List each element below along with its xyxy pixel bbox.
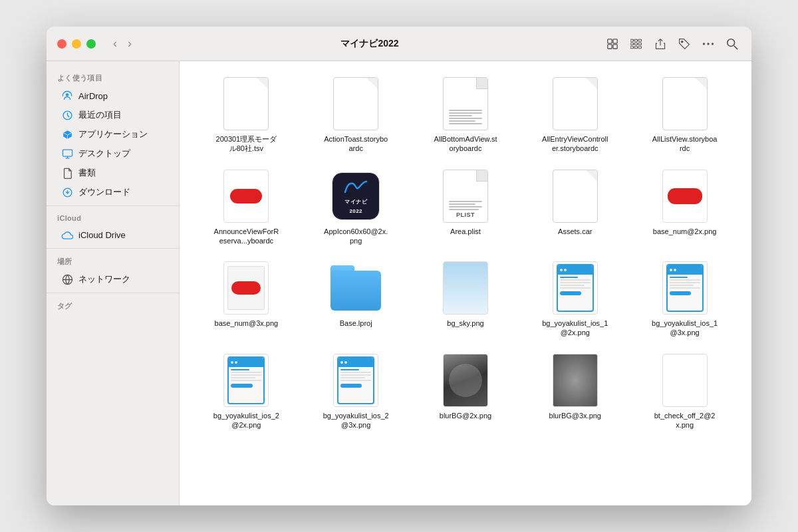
list-item[interactable]: base_num@3x.png xyxy=(193,256,300,343)
list-item[interactable]: AllEntryViewController.storyboardc xyxy=(521,72,628,159)
tag-button[interactable] xyxy=(676,35,693,53)
desktop-icon xyxy=(61,148,73,160)
airdrop-icon xyxy=(61,90,73,102)
file-icon-plist-doc xyxy=(439,77,492,130)
list-item[interactable]: Assets.car xyxy=(521,164,628,251)
sidebar-item-applications[interactable]: アプリケーション xyxy=(51,125,175,144)
file-icon-blur2x xyxy=(439,354,492,407)
sidebar-item-desktop[interactable]: デスクトップ xyxy=(51,144,175,163)
file-name: ActionToast.storyboardc xyxy=(323,134,389,154)
close-button[interactable] xyxy=(57,39,66,49)
file-name: blurBG@2x.png xyxy=(440,411,491,420)
file-name: AnnounceViewForReserva...yboardc xyxy=(213,227,279,246)
divider-2 xyxy=(47,248,179,249)
sidebar: よく使う項目 AirDrop 最 xyxy=(47,61,180,505)
list-item[interactable]: bt_check_off_2@2x.png xyxy=(631,348,738,436)
file-name: base_num@2x.png xyxy=(653,227,717,236)
view-list-button[interactable] xyxy=(628,35,645,53)
svg-rect-12 xyxy=(638,46,642,48)
svg-rect-0 xyxy=(608,39,612,43)
list-item[interactable]: PLIST Area.plist xyxy=(412,164,519,251)
file-icon-assets xyxy=(549,170,602,223)
list-item[interactable]: Base.lproj xyxy=(303,256,410,343)
traffic-lights xyxy=(57,39,96,49)
file-name: bg_yoyakulist_ios_2@3x.png xyxy=(323,411,389,430)
sidebar-item-airdrop[interactable]: AirDrop xyxy=(51,86,175,105)
list-item[interactable]: AllListView.storyboardc xyxy=(631,72,738,159)
list-item[interactable]: マイナビ 2022 AppIcon60x60@2x.png xyxy=(303,164,410,251)
divider-1 xyxy=(47,205,179,206)
window-title: マイナビ2022 xyxy=(144,38,596,50)
file-name: blurBG@3x.png xyxy=(549,411,601,420)
file-name: bg_yoyakulist_ios_2@2x.png xyxy=(213,411,279,430)
svg-rect-5 xyxy=(634,39,638,41)
file-icon-blur3x xyxy=(549,354,602,407)
search-button[interactable] xyxy=(724,35,741,53)
more-button[interactable] xyxy=(700,35,717,53)
list-item[interactable]: bg_sky.png xyxy=(412,256,519,343)
sidebar-item-icloud[interactable]: iCloud Drive xyxy=(51,225,175,244)
svg-rect-21 xyxy=(63,150,72,156)
file-name: Base.lproj xyxy=(340,319,372,328)
share-button[interactable] xyxy=(652,35,669,53)
list-item[interactable]: bg_yoyakulist_ios_1@3x.png xyxy=(631,256,738,343)
file-name: bg_yoyakulist_ios_1@2x.png xyxy=(542,319,608,338)
sidebar-item-network[interactable]: ネットワーク xyxy=(51,270,175,289)
svg-rect-9 xyxy=(638,43,642,45)
svg-point-17 xyxy=(728,39,735,46)
sidebar-item-label: アプリケーション xyxy=(78,128,148,140)
sidebar-item-label: 最近の項目 xyxy=(78,109,122,121)
svg-rect-6 xyxy=(638,39,642,41)
favorites-label: よく使う項目 xyxy=(47,69,179,86)
list-item[interactable]: bg_yoyakulist_ios_1@2x.png xyxy=(521,256,628,343)
svg-point-14 xyxy=(703,43,705,45)
file-name: bg_yoyakulist_ios_1@3x.png xyxy=(652,319,718,338)
file-icon-red-pill xyxy=(219,170,273,223)
svg-point-16 xyxy=(712,43,714,45)
places-label: 場所 xyxy=(47,253,179,269)
file-name: bg_sky.png xyxy=(447,319,483,328)
file-name: AllListView.storyboardc xyxy=(652,134,718,154)
svg-rect-4 xyxy=(630,39,634,41)
file-icon-screen3 xyxy=(219,354,273,407)
file-name: bt_check_off_2@2x.png xyxy=(652,411,718,430)
view-grid-button[interactable] xyxy=(604,35,621,53)
sidebar-item-label: 書類 xyxy=(78,167,96,179)
file-icon-folder xyxy=(329,261,382,315)
tags-label: タグ xyxy=(47,297,179,314)
back-button[interactable]: ‹ xyxy=(109,35,121,52)
app-icon xyxy=(61,128,73,140)
sidebar-item-downloads[interactable]: ダウンロード xyxy=(51,183,175,201)
minimize-button[interactable] xyxy=(72,39,81,49)
list-item[interactable]: 200301理系モーダル80社.tsv xyxy=(193,72,300,159)
toolbar-right xyxy=(604,35,741,53)
list-item[interactable]: AnnounceViewForReserva...yboardc xyxy=(193,164,300,251)
maximize-button[interactable] xyxy=(86,39,96,49)
list-item[interactable]: bg_yoyakulist_ios_2@3x.png xyxy=(303,348,410,436)
list-item[interactable]: ActionToast.storyboardc xyxy=(303,72,410,159)
list-item[interactable]: AllBottomAdView.storyboardc xyxy=(412,72,519,159)
sidebar-item-label: AirDrop xyxy=(78,91,108,101)
download-icon xyxy=(61,186,73,198)
sidebar-item-documents[interactable]: 書類 xyxy=(51,164,175,182)
file-icon-appicon: マイナビ 2022 xyxy=(329,170,382,223)
svg-rect-3 xyxy=(613,44,617,48)
svg-rect-1 xyxy=(613,39,617,43)
svg-rect-2 xyxy=(608,44,612,48)
forward-button[interactable]: › xyxy=(124,35,136,52)
file-name: AllBottomAdView.storyboardc xyxy=(432,134,499,154)
svg-rect-7 xyxy=(630,43,634,45)
list-item[interactable]: bg_yoyakulist_ios_2@2x.png xyxy=(193,348,300,436)
svg-rect-10 xyxy=(630,46,634,48)
sidebar-item-recents[interactable]: 最近の項目 xyxy=(51,106,175,124)
list-item[interactable]: blurBG@3x.png xyxy=(521,348,628,436)
file-icon-tsv xyxy=(219,77,273,130)
svg-rect-8 xyxy=(634,43,638,45)
file-icon-base3x xyxy=(219,261,273,315)
list-item[interactable]: base_num@2x.png xyxy=(631,164,738,251)
file-name: Assets.car xyxy=(558,227,592,236)
finder-window: ‹ › マイナビ2022 xyxy=(47,27,751,505)
list-item[interactable]: blurBG@2x.png xyxy=(412,348,519,436)
file-area: 200301理系モーダル80社.tsv ActionToast.storyboa… xyxy=(180,61,751,505)
file-name: 200301理系モーダル80社.tsv xyxy=(213,134,279,154)
